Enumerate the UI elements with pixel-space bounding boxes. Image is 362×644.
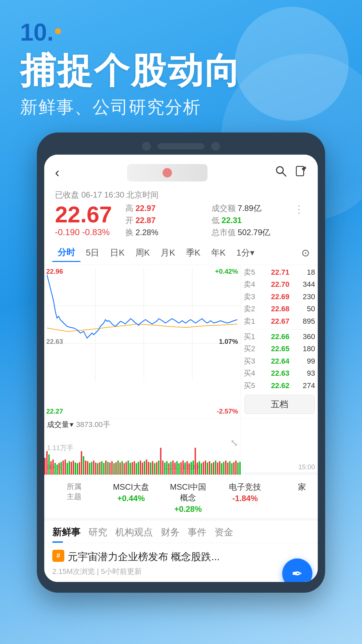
sector-item-msci-big[interactable]: MSCI大盘 +0.44% (109, 482, 153, 514)
svg-rect-79 (182, 461, 184, 475)
phone-camera-right (211, 142, 220, 151)
svg-rect-67 (158, 461, 159, 475)
tab-周K[interactable]: 周K (130, 244, 155, 261)
more-button[interactable]: ⋮ (291, 203, 307, 216)
svg-rect-26 (75, 463, 76, 475)
news-tab-财务[interactable]: 财务 (161, 526, 188, 543)
chart-label-bottom: 22.27 (46, 408, 63, 415)
tab-年K[interactable]: 年K (206, 244, 231, 261)
turnover-item: 换 2.28% (125, 227, 205, 238)
svg-rect-90 (205, 461, 206, 475)
stock-name-blurred (127, 164, 207, 181)
news-item[interactable]: # 元宇宙潜力企业榜发布 概念股跌... 2.15M次浏览 | 5小时前更新 ✒ (44, 543, 318, 582)
svg-rect-68 (160, 448, 162, 475)
svg-rect-74 (172, 461, 174, 475)
svg-rect-16 (54, 463, 56, 475)
news-tab-研究[interactable]: 研究 (88, 526, 115, 543)
share-icon[interactable] (295, 165, 307, 180)
svg-rect-82 (188, 463, 190, 475)
sector-item-esports[interactable]: 电子竞技 -1.84% (223, 482, 267, 514)
svg-rect-72 (168, 463, 170, 475)
svg-rect-37 (97, 463, 99, 475)
tab-日K[interactable]: 日K (105, 244, 130, 261)
volume-left: 成交量 ▾ 3873.00手 1.11万手 (44, 418, 241, 462)
phone-frame: ‹ (37, 132, 325, 593)
search-icon[interactable] (275, 165, 287, 180)
sector-item-title: 所属主题 (52, 482, 96, 514)
chart-tabs: 分时 5日 日K 周K 月K 季K 年K 1分▾ ⊙ (44, 241, 318, 265)
back-button[interactable]: ‹ (55, 165, 59, 180)
blurred-dot (163, 168, 172, 177)
order-book: 卖5 22.71 18 卖4 22.70 344 卖3 22.69 23 (241, 265, 318, 418)
chart-section: 22.96 22.63 22.27 +0.42% 1.07% -2.57% (44, 265, 318, 418)
svg-rect-99 (223, 462, 224, 475)
svg-rect-56 (136, 463, 137, 475)
order-row-buy5: 买5 22.62 274 (244, 380, 315, 392)
sector-item-partial[interactable]: 家 (280, 482, 318, 514)
five-block-button[interactable]: 五档 (244, 395, 315, 414)
volume-right-empty (241, 418, 318, 462)
svg-rect-49 (121, 461, 123, 475)
volume-header: 成交量 ▾ 3873.00手 (44, 418, 241, 431)
svg-rect-65 (154, 463, 155, 475)
svg-rect-31 (85, 461, 86, 475)
target-icon[interactable]: ⊙ (301, 247, 310, 259)
order-row-sell1: 卖1 22.67 895 (244, 315, 315, 328)
market-cap-item: 总市值 502.79亿 (212, 227, 291, 238)
stock-price-block: 22.67 -0.190 -0.83% (55, 203, 112, 237)
order-row-buy2: 买2 22.65 180 (244, 343, 315, 355)
svg-rect-17 (56, 465, 58, 475)
news-tab-事件[interactable]: 事件 (188, 526, 215, 543)
stock-main-info: 22.67 -0.190 -0.83% 高 22.97 成交额 7.89亿 开 … (44, 201, 318, 241)
svg-rect-73 (170, 462, 172, 475)
volume-unit-label: 1.11万手 (47, 443, 73, 452)
svg-rect-43 (109, 463, 111, 475)
order-row-buy4: 买4 22.63 93 (244, 367, 315, 380)
svg-rect-34 (91, 462, 92, 475)
app-logo-number: 10. (20, 20, 54, 44)
app-logo-dot (55, 28, 61, 34)
svg-rect-69 (162, 461, 164, 475)
news-tab-新鲜事[interactable]: 新鲜事 (52, 526, 88, 543)
svg-rect-21 (65, 460, 66, 475)
news-item-content: # 元宇宙潜力企业榜发布 概念股跌... (52, 550, 310, 564)
phone-wrapper: ‹ (0, 132, 362, 593)
svg-rect-71 (166, 461, 168, 475)
svg-rect-62 (148, 462, 149, 475)
sector-item-msci-china[interactable]: MSCI中国概念 +0.28% (166, 482, 210, 514)
svg-rect-38 (99, 462, 101, 475)
phone-speaker (158, 143, 204, 149)
tab-5日[interactable]: 5日 (80, 244, 105, 261)
svg-rect-102 (229, 461, 231, 475)
interval-dropdown[interactable]: 1分▾ (231, 244, 259, 261)
svg-rect-32 (87, 461, 88, 475)
svg-rect-30 (83, 456, 84, 475)
amount-item: 成交额 7.89亿 (212, 203, 291, 214)
price-chart-svg (47, 268, 241, 382)
crosshair-icon[interactable]: ⤡ (230, 437, 238, 448)
svg-rect-77 (178, 463, 180, 475)
svg-rect-97 (219, 461, 220, 475)
order-row-buy1: 买1 22.66 360 (244, 331, 315, 343)
tab-分时[interactable]: 分时 (52, 244, 80, 262)
svg-rect-107 (239, 462, 241, 475)
news-tab-机构观点[interactable]: 机构观点 (115, 526, 161, 543)
svg-rect-55 (134, 461, 135, 475)
svg-rect-14 (50, 461, 52, 475)
svg-rect-23 (69, 461, 70, 475)
svg-rect-39 (101, 461, 103, 475)
svg-rect-25 (73, 461, 74, 475)
tab-季K[interactable]: 季K (181, 244, 206, 261)
svg-rect-28 (79, 462, 80, 475)
svg-rect-106 (237, 463, 239, 475)
svg-line-1 (283, 173, 286, 176)
tab-月K[interactable]: 月K (155, 244, 180, 261)
svg-rect-81 (186, 461, 188, 475)
news-tab-资金[interactable]: 资金 (215, 526, 241, 543)
open-item: 开 22.87 (125, 215, 205, 226)
volume-dropdown[interactable]: 成交量 ▾ (47, 420, 73, 430)
svg-rect-101 (227, 463, 229, 475)
svg-rect-36 (95, 463, 97, 475)
svg-rect-29 (81, 451, 82, 475)
order-book-content: 卖5 22.71 18 卖4 22.70 344 卖3 22.69 23 (241, 265, 318, 418)
